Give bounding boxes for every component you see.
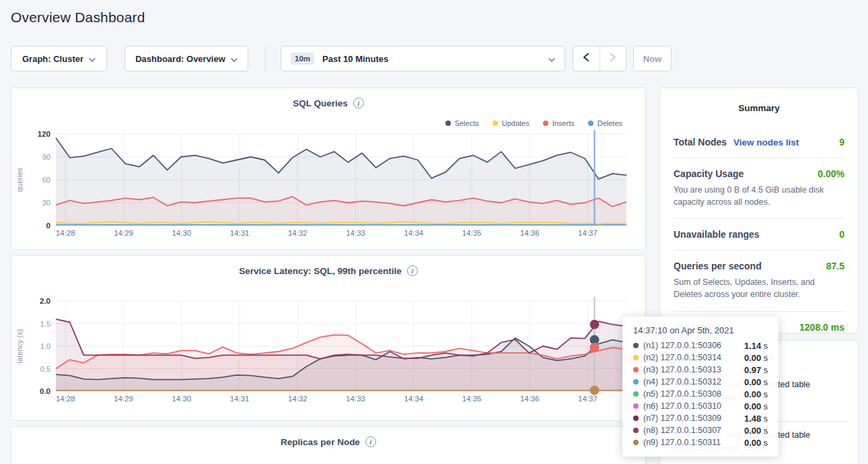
node-address: (n5) 127.0.0.1:50308 <box>643 389 721 399</box>
svg-text:120: 120 <box>38 130 50 138</box>
tooltip-node-row: (n2) 127.0.0.1:503140.00 s <box>633 352 768 364</box>
node-color-dot-icon <box>633 391 639 397</box>
node-color-dot-icon <box>633 379 639 385</box>
view-nodes-list-link[interactable]: View nodes list <box>733 137 799 147</box>
node-address: (n9) 127.0.0.1:50311 <box>643 438 721 447</box>
svg-text:14:29: 14:29 <box>114 229 133 237</box>
tooltip-node-row: (n7) 127.0.0.1:503091.48 s <box>633 412 768 424</box>
summary-row: Unavailable ranges0 <box>674 219 844 251</box>
svg-text:14:29: 14:29 <box>114 395 133 403</box>
summary-panel: Summary Total NodesView nodes list9Capac… <box>659 88 859 333</box>
graph-dropdown[interactable]: Graph: Cluster <box>11 46 107 71</box>
node-latency-value: 1.48 s <box>744 413 768 424</box>
node-color-dot-icon <box>633 416 639 421</box>
tooltip-node-row: (n6) 127.0.0.1:503100.00 s <box>633 400 768 412</box>
node-color-dot-icon <box>633 403 639 409</box>
svg-text:14:31: 14:31 <box>230 395 250 403</box>
tooltip-node-row: (n3) 127.0.0.1:503130.97 s <box>633 364 768 376</box>
summary-row-value: 0.00% <box>818 168 844 179</box>
dashboard-dropdown[interactable]: Dashboard: Overview <box>124 46 248 71</box>
controls-bar: Graph: Cluster Dashboard: Overview 10m P… <box>0 46 868 71</box>
time-range-label: Past 10 Minutes <box>322 54 540 64</box>
node-color-dot-icon <box>633 428 639 433</box>
svg-text:30: 30 <box>42 199 50 207</box>
summary-row-value: 1208.0 ms <box>799 322 844 333</box>
node-address: (n1) 127.0.0.1:50306 <box>643 341 721 350</box>
page-title: Overview Dashboard <box>11 9 145 26</box>
node-color-dot-icon <box>633 343 639 348</box>
svg-text:14:37: 14:37 <box>578 229 598 237</box>
now-button[interactable]: Now <box>633 46 672 71</box>
summary-row-value: 0 <box>839 229 844 240</box>
svg-text:14:34: 14:34 <box>404 395 423 403</box>
svg-text:0: 0 <box>46 222 50 230</box>
time-range-picker[interactable]: 10m Past 10 Minutes <box>281 46 565 71</box>
svg-text:1.5: 1.5 <box>40 320 50 328</box>
previous-time-button[interactable] <box>573 46 600 71</box>
node-address: (n8) 127.0.0.1:50307 <box>643 426 721 435</box>
summary-row-description: You are using 0 B of 4.5 GiB usable disk… <box>674 184 844 208</box>
svg-text:14:36: 14:36 <box>520 229 540 237</box>
svg-text:0.0: 0.0 <box>40 387 50 395</box>
node-latency-value: 0.00 s <box>744 377 768 387</box>
sql-queries-chart-panel: SQL Queries i SelectsUpdatesInsertsDelet… <box>11 88 646 250</box>
chevron-right-icon <box>609 53 617 65</box>
service-latency-chart[interactable]: 0.00.51.01.52.014:2814:2914:3014:3114:32… <box>11 256 647 422</box>
info-icon[interactable]: i <box>365 436 376 447</box>
summary-row-label: Capacity Usage <box>674 168 744 179</box>
chevron-down-icon <box>89 54 96 64</box>
svg-text:14:37: 14:37 <box>578 395 598 403</box>
node-color-dot-icon <box>633 355 639 360</box>
node-color-dot-icon <box>633 440 639 445</box>
summary-row: Total NodesView nodes list9 <box>674 127 844 158</box>
sql-queries-chart[interactable]: 030609012014:2814:2914:3014:3114:3214:33… <box>11 88 647 251</box>
svg-text:0.5: 0.5 <box>40 365 50 373</box>
svg-text:90: 90 <box>42 153 50 161</box>
tooltip-node-row: (n8) 127.0.0.1:503070.00 s <box>633 424 768 436</box>
svg-text:14:33: 14:33 <box>346 229 365 237</box>
svg-text:14:35: 14:35 <box>462 395 482 403</box>
summary-row-label: Queries per second <box>674 261 762 271</box>
node-latency-value: 0.00 s <box>744 389 768 399</box>
svg-text:14:36: 14:36 <box>520 395 540 403</box>
time-step-buttons <box>573 46 626 71</box>
svg-text:14:32: 14:32 <box>288 229 308 237</box>
summary-row-label: Unavailable ranges <box>674 229 760 240</box>
service-latency-chart-panel: Service Latency: SQL, 99th percentile i … <box>11 255 646 421</box>
svg-text:14:30: 14:30 <box>172 395 191 403</box>
tooltip-node-row: (n5) 127.0.0.1:503080.00 s <box>633 388 768 400</box>
tooltip-node-row: (n9) 127.0.0.1:503110.00 s <box>633 436 768 449</box>
summary-row-value: 9 <box>839 137 844 147</box>
summary-row: Capacity Usage0.00%You are using 0 B of … <box>674 158 844 219</box>
tooltip-node-row: (n1) 127.0.0.1:503061.14 s <box>633 339 768 352</box>
chevron-left-icon <box>582 53 590 65</box>
summary-row: Queries per second87.5Sum of Selects, Up… <box>674 251 844 311</box>
svg-text:14:31: 14:31 <box>230 229 250 237</box>
chart-title: Replicas per Node <box>281 437 360 447</box>
tooltip-node-row: (n4) 127.0.0.1:503120.00 s <box>633 376 768 388</box>
svg-text:14:33: 14:33 <box>346 395 365 403</box>
summary-title: Summary <box>660 88 858 113</box>
next-time-button[interactable] <box>600 46 626 71</box>
svg-text:14:30: 14:30 <box>172 229 191 237</box>
node-address: (n6) 127.0.0.1:50310 <box>643 401 721 411</box>
replicas-per-node-chart-panel: Replicas per Node i <box>11 426 646 464</box>
chart-hover-tooltip: 14:37:10 on Apr 5th, 2021 (n1) 127.0.0.1… <box>622 317 779 457</box>
node-latency-value: 0.00 s <box>744 401 768 411</box>
chevron-down-icon <box>548 53 555 65</box>
svg-text:2.0: 2.0 <box>40 297 50 305</box>
svg-text:14:32: 14:32 <box>288 395 308 403</box>
node-address: (n4) 127.0.0.1:50312 <box>643 377 721 387</box>
node-latency-value: 1.14 s <box>744 341 768 351</box>
node-address: (n2) 127.0.0.1:50314 <box>643 353 721 362</box>
chevron-down-icon <box>231 54 238 64</box>
dashboard-dropdown-label: Dashboard: Overview <box>135 54 225 64</box>
summary-row-label: Total Nodes <box>674 137 727 147</box>
svg-text:60: 60 <box>42 176 50 184</box>
svg-text:14:28: 14:28 <box>56 229 75 237</box>
time-range-badge: 10m <box>291 53 314 65</box>
svg-text:14:34: 14:34 <box>404 229 423 237</box>
svg-text:14:28: 14:28 <box>56 395 75 403</box>
summary-row-description: Sum of Selects, Updates, Inserts, and De… <box>674 276 844 300</box>
node-latency-value: 0.97 s <box>744 365 768 375</box>
